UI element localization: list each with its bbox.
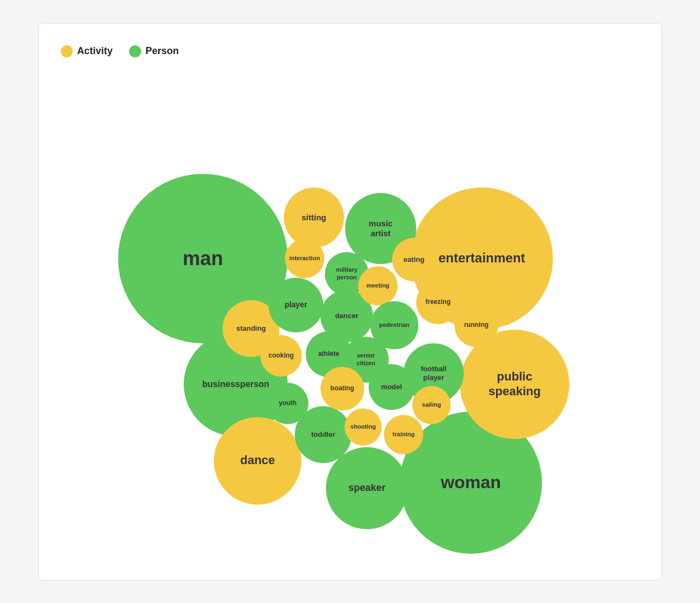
bubble-running[interactable]: running (454, 303, 498, 347)
bubble-training[interactable]: training (384, 415, 423, 454)
bubble-interaction[interactable]: interaction (285, 239, 324, 278)
bubble-freezing[interactable]: freezing (416, 280, 460, 324)
bubble-model[interactable]: model (369, 364, 415, 410)
bubble-meeting[interactable]: meeting (358, 266, 398, 306)
bubble-shooting[interactable]: shooting (345, 408, 382, 446)
bubble-youth[interactable]: youth (267, 383, 308, 424)
bubble-pedestrian[interactable]: pedestrian (370, 301, 418, 349)
chart-container: Activity Person manwomanentertainmentpub… (38, 23, 662, 581)
bubble-area: manwomanentertainmentpublicspeakingbusin… (39, 24, 661, 580)
bubble-cooking[interactable]: cooking (260, 335, 302, 377)
bubble-player[interactable]: player (269, 278, 323, 332)
bubble-boating[interactable]: boating (320, 367, 364, 411)
bubble-dance[interactable]: dance (214, 417, 301, 505)
bubble-sitting[interactable]: sitting (284, 188, 344, 248)
bubble-speaker[interactable]: speaker (326, 447, 408, 529)
bubble-sailing[interactable]: sailing (412, 386, 451, 424)
bubble-eating[interactable]: eating (392, 238, 436, 282)
